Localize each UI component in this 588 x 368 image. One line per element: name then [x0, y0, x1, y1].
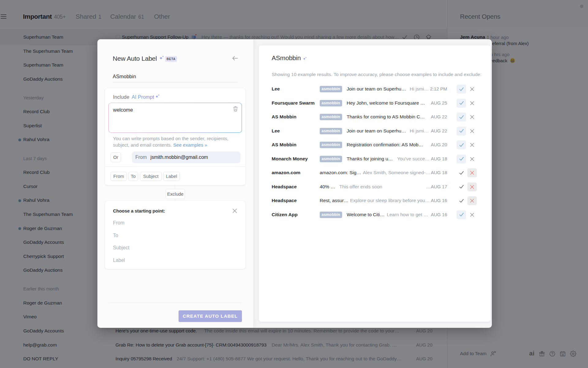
x-icon: [470, 143, 474, 147]
example-row: Citizen App asmobbin Welcome to Citi… Le…: [259, 208, 491, 222]
prompt-text[interactable]: welcome: [113, 106, 133, 113]
x-icon: [470, 185, 474, 189]
sparkle-icon: [155, 94, 160, 99]
starting-point-title: Choose a starting point:: [113, 208, 165, 214]
check-icon: [459, 212, 464, 217]
example-subject: amazon.com: Sig…: [320, 169, 361, 176]
label-chip: asmobbin: [320, 156, 342, 162]
include-example-button[interactable]: [457, 113, 466, 121]
include-example-button[interactable]: [457, 155, 466, 163]
include-example-button[interactable]: [457, 85, 466, 94]
exclude-example-button[interactable]: [467, 210, 477, 219]
check-icon: [459, 156, 464, 162]
add-subject-button[interactable]: Subject: [140, 172, 162, 181]
include-example-button[interactable]: [457, 196, 466, 205]
include-example-button[interactable]: [457, 99, 466, 108]
check-icon: [459, 100, 464, 106]
x-icon: [470, 87, 474, 91]
card-divider: [105, 167, 245, 167]
example-subject: Join our team on Superhu…: [347, 128, 406, 134]
example-date: AUG 16: [410, 197, 447, 204]
from-condition-field[interactable]: From jsmith.mobbin@gmail.com: [132, 151, 240, 163]
from-label: From: [135, 155, 147, 160]
add-label-button[interactable]: Label: [163, 172, 180, 181]
example-date: AUG 20: [410, 141, 447, 148]
check-icon: [459, 128, 464, 134]
new-auto-label-panel: New Auto Label BETA ASmobbin Include AI …: [97, 39, 253, 328]
exclude-example-button[interactable]: [467, 127, 477, 136]
example-row: AS Mobbin asmobbin Registration confirma…: [259, 138, 491, 152]
include-example-button[interactable]: [457, 210, 466, 219]
example-row: Foursquare Swarm asmobbin Hey John, welc…: [259, 96, 491, 110]
example-row: Monarch Money asmobbin Thanks for joinin…: [259, 152, 491, 166]
see-examples-link[interactable]: See examples »: [173, 142, 207, 148]
prompt-hint: You can write prompts based on the sende…: [113, 135, 232, 148]
label-chip: asmobbin: [320, 114, 342, 120]
include-example-button[interactable]: [457, 140, 466, 149]
example-row: amazon.com amazon.com: Sig… Alex Smith, …: [259, 166, 491, 180]
exclude-example-button[interactable]: [467, 113, 477, 121]
example-sender: Citizen App: [272, 211, 298, 218]
from-value: jsmith.mobbin@gmail.com: [150, 155, 208, 160]
example-sender: Headspace: [272, 197, 297, 204]
exclude-example-button[interactable]: [467, 168, 477, 177]
trash-icon[interactable]: [233, 106, 238, 112]
example-row: Headspace Rest, assur… Explore our sleep…: [259, 194, 491, 208]
starting-point-to[interactable]: To: [113, 232, 118, 239]
include-example-button[interactable]: [457, 168, 466, 177]
include-label: Include: [113, 93, 129, 101]
example-snippet: This offer ends soon: [339, 183, 382, 190]
or-button[interactable]: Or: [111, 152, 121, 162]
ai-prompt-textarea[interactable]: welcome: [108, 103, 242, 133]
results-title: ASmobbin: [272, 53, 301, 63]
label-chip: asmobbin: [320, 100, 342, 106]
back-arrow-icon[interactable]: [232, 56, 238, 61]
include-example-button[interactable]: [457, 127, 466, 136]
example-date: AUG 25: [410, 100, 447, 106]
example-date: AUG 18: [410, 169, 447, 176]
label-chip: asmobbin: [320, 86, 342, 92]
starting-point-from[interactable]: From: [113, 220, 124, 226]
example-sender: Foursquare Swarm: [272, 100, 315, 106]
example-date: AUG 17: [410, 183, 447, 190]
footer-divider: [108, 303, 242, 303]
exclude-example-button[interactable]: [467, 196, 477, 205]
example-subject: Join our team on Superhu…: [347, 86, 406, 92]
example-results-panel: ASmobbin Showing 10 example results. To …: [259, 45, 491, 322]
create-auto-label-button[interactable]: CREATE AUTO LABEL: [179, 310, 242, 322]
close-icon[interactable]: [232, 208, 237, 213]
exclude-button[interactable]: Exclude: [166, 189, 185, 199]
example-row: AS Mobbin asmobbin Thanks for coming to …: [259, 110, 491, 124]
check-icon: [459, 114, 464, 120]
exclude-example-button[interactable]: [467, 140, 477, 149]
check-icon: [459, 142, 464, 148]
starting-point-subject[interactable]: Subject: [113, 244, 129, 251]
example-sender: Lee: [272, 86, 280, 92]
example-subject: Welcome to Citi…: [347, 211, 385, 218]
check-icon: [459, 86, 464, 92]
example-row: Headspace 40% … This offer ends soon … A…: [259, 180, 491, 194]
exclude-example-button[interactable]: [467, 85, 477, 94]
add-from-button[interactable]: From: [111, 172, 127, 181]
label-chip: asmobbin: [320, 128, 342, 134]
x-icon: [470, 171, 474, 175]
x-icon: [470, 157, 474, 161]
add-to-button[interactable]: To: [128, 172, 138, 181]
label-name-input[interactable]: ASmobbin: [113, 73, 136, 80]
example-date: AUG 16: [410, 211, 447, 218]
sparkle-icon: [159, 55, 164, 61]
example-row: Lee asmobbin Join our team on Superhu… H…: [259, 82, 491, 96]
include-example-button[interactable]: [457, 182, 466, 191]
check-icon: [459, 170, 464, 176]
exclude-example-button[interactable]: [467, 155, 477, 163]
check-icon: [459, 198, 464, 204]
starting-point-label[interactable]: Label: [113, 257, 125, 264]
x-icon: [470, 213, 474, 217]
x-icon: [470, 129, 474, 133]
example-sender: Monarch Money: [272, 155, 308, 162]
exclude-example-button[interactable]: [467, 182, 477, 191]
ai-prompt-label[interactable]: AI Prompt: [132, 93, 154, 101]
input-underline: [113, 82, 237, 82]
example-date: AUG 22: [410, 113, 447, 120]
exclude-example-button[interactable]: [467, 99, 477, 108]
